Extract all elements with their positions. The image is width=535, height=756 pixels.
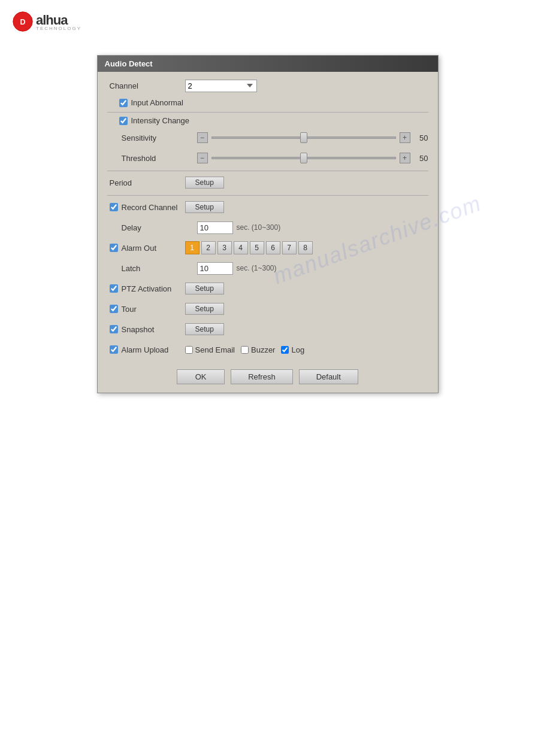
delay-label: Delay <box>119 223 197 232</box>
alarm-upload-options: Send Email Buzzer Log <box>185 345 428 354</box>
threshold-value: 50 <box>414 154 428 163</box>
ptz-setup-button[interactable]: Setup <box>185 283 224 294</box>
snapshot-setup-button[interactable]: Setup <box>185 323 224 335</box>
divider-3 <box>107 195 428 196</box>
sensitivity-label: Sensitivity <box>119 133 197 142</box>
alarm-out-btn-8[interactable]: 8 <box>298 241 313 254</box>
alarm-out-btn-4[interactable]: 4 <box>234 241 248 254</box>
period-setup-button[interactable]: Setup <box>185 177 224 189</box>
delay-input[interactable] <box>197 221 233 234</box>
alarm-out-btn-5[interactable]: 5 <box>250 241 264 254</box>
send-email-item: Send Email <box>185 345 235 354</box>
alarm-out-btn-2[interactable]: 2 <box>201 241 216 254</box>
dialog-title: Audio Detect <box>105 59 153 68</box>
threshold-slider-thumb[interactable] <box>300 153 307 163</box>
sensitivity-increase-btn[interactable]: + <box>400 132 410 143</box>
period-control: Setup <box>185 177 428 189</box>
record-channel-label-cell: Record Channel <box>107 203 185 212</box>
alarm-out-checkbox-row: Alarm Out <box>110 244 185 253</box>
alarm-upload-label: Alarm Upload <box>122 345 169 354</box>
alarm-out-label-cell: Alarm Out <box>107 244 185 253</box>
log-checkbox[interactable] <box>281 346 289 354</box>
ptz-row: PTZ Activation Setup <box>107 281 428 296</box>
delay-row: Delay sec. (10~300) <box>107 220 428 235</box>
default-button[interactable]: Default <box>299 369 358 384</box>
threshold-increase-btn[interactable]: + <box>400 153 410 163</box>
buzzer-label: Buzzer <box>251 345 275 354</box>
tour-label: Tour <box>122 305 137 314</box>
buzzer-checkbox[interactable] <box>241 346 249 354</box>
alarm-out-btn-6[interactable]: 6 <box>266 241 280 254</box>
snapshot-checkbox-row: Snapshot <box>110 325 185 334</box>
ptz-checkbox[interactable] <box>110 284 118 293</box>
dahua-logo-icon: D <box>12 11 34 32</box>
alarm-upload-checkbox[interactable] <box>110 345 118 354</box>
log-item: Log <box>281 345 304 354</box>
latch-control: sec. (1~300) <box>197 262 428 275</box>
alarm-upload-row: Alarm Upload Send Email Buzzer Log <box>107 342 428 357</box>
ptz-label: PTZ Activation <box>122 284 172 293</box>
input-abnormal-label: Input Abnormal <box>131 98 183 107</box>
channel-control: 1 2 3 4 <box>185 80 428 92</box>
snapshot-checkbox[interactable] <box>110 325 118 333</box>
sensitivity-slider-thumb[interactable] <box>300 132 307 143</box>
threshold-slider-container: − + 50 <box>197 153 428 163</box>
record-channel-checkbox[interactable] <box>110 203 118 211</box>
input-abnormal-checkbox[interactable] <box>119 99 128 107</box>
period-row: Period Setup <box>107 175 428 190</box>
logo-sub-text: TECHNOLOGY <box>36 26 81 31</box>
snapshot-label: Snapshot <box>122 325 155 334</box>
threshold-row: Threshold − + 50 <box>107 150 428 166</box>
alarm-out-buttons-container: 1 2 3 4 5 6 7 8 <box>185 241 428 254</box>
sensitivity-value: 50 <box>414 133 428 142</box>
alarm-out-btn-7[interactable]: 7 <box>282 241 297 254</box>
logo-text-block: alhua TECHNOLOGY <box>36 13 81 31</box>
tour-control: Setup <box>185 303 428 315</box>
log-label: Log <box>291 345 304 354</box>
channel-label: Channel <box>107 81 185 90</box>
dialog-body: Channel 1 2 3 4 Input Abnormal <box>98 72 438 393</box>
dialog-header: Audio Detect <box>98 56 438 72</box>
channel-row: Channel 1 2 3 4 <box>107 78 428 93</box>
tour-checkbox[interactable] <box>110 305 118 313</box>
intensity-change-checkbox[interactable] <box>119 117 128 125</box>
audio-detect-dialog: Audio Detect Channel 1 2 3 4 Input <box>97 55 439 393</box>
input-abnormal-row: Input Abnormal <box>107 98 428 107</box>
threshold-slider-track[interactable] <box>211 157 396 159</box>
refresh-button[interactable]: Refresh <box>231 369 293 384</box>
latch-hint: sec. (1~300) <box>237 264 277 272</box>
alarm-out-btn-3[interactable]: 3 <box>217 241 232 254</box>
intensity-change-row: Intensity Change <box>107 116 428 125</box>
alarm-out-checkbox[interactable] <box>110 244 118 252</box>
sensitivity-slider-track[interactable] <box>211 136 396 139</box>
delay-hint: sec. (10~300) <box>237 223 281 232</box>
alarm-upload-label-cell: Alarm Upload <box>107 345 185 354</box>
tour-checkbox-row: Tour <box>110 305 185 314</box>
threshold-decrease-btn[interactable]: − <box>197 153 208 163</box>
intensity-change-label: Intensity Change <box>131 116 190 125</box>
send-email-label: Send Email <box>195 345 235 354</box>
svg-text:D: D <box>20 18 25 26</box>
ok-button[interactable]: OK <box>177 369 225 384</box>
page-container: Audio Detect Channel 1 2 3 4 Input <box>0 43 535 393</box>
send-email-checkbox[interactable] <box>185 346 193 354</box>
sensitivity-row: Sensitivity − + 50 <box>107 130 428 145</box>
bottom-buttons: OK Refresh Default <box>107 365 428 384</box>
sensitivity-decrease-btn[interactable]: − <box>197 132 208 143</box>
tour-setup-button[interactable]: Setup <box>185 303 224 315</box>
snapshot-label-cell: Snapshot <box>107 325 185 334</box>
period-label: Period <box>107 178 185 187</box>
channel-select[interactable]: 1 2 3 4 <box>185 80 257 92</box>
divider-1 <box>107 112 428 113</box>
alarm-out-button-group: 1 2 3 4 5 6 7 8 <box>185 241 428 254</box>
alarm-out-btn-1[interactable]: 1 <box>185 241 200 254</box>
latch-input[interactable] <box>197 262 233 275</box>
record-channel-row: Record Channel Setup <box>107 199 428 215</box>
latch-label: Latch <box>119 264 197 273</box>
record-channel-label: Record Channel <box>122 203 178 212</box>
tour-row: Tour Setup <box>107 301 428 317</box>
record-channel-setup-button[interactable]: Setup <box>185 201 224 213</box>
sensitivity-slider-container: − + 50 <box>197 132 428 143</box>
logo-area: D alhua TECHNOLOGY <box>0 0 535 43</box>
ptz-checkbox-row: PTZ Activation <box>110 284 185 293</box>
